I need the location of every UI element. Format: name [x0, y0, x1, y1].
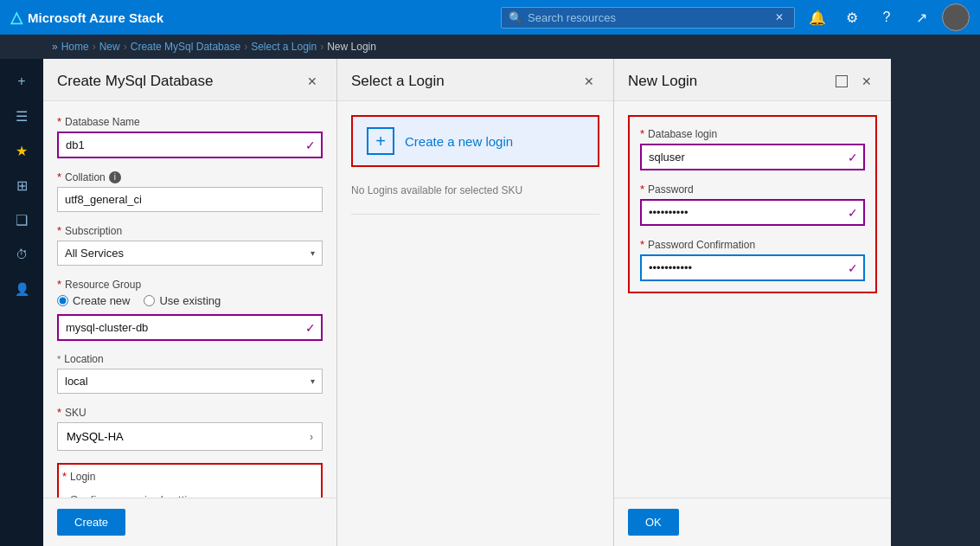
password-check-icon: ✓	[848, 206, 863, 220]
collation-info-icon[interactable]: i	[109, 171, 121, 183]
subscription-label: * Subscription	[57, 224, 323, 237]
breadcrumb-home[interactable]: Home	[61, 41, 89, 53]
required-star-4: *	[57, 278, 61, 291]
breadcrumb-select-login[interactable]: Select a Login	[251, 41, 317, 53]
password-confirm-check-icon: ✓	[848, 261, 863, 275]
database-name-group: * Database Name ✓	[57, 115, 323, 158]
panel-create-mysql: Create MySql Database ✕ * Database Name …	[43, 59, 337, 546]
left-sidebar: + ☰ ★ ⊞ ❑ ⏱ 👤	[0, 59, 43, 546]
database-name-label: * Database Name	[57, 115, 323, 128]
password-confirm-label: * Password Confirmation	[640, 238, 865, 251]
required-star-3: *	[57, 224, 61, 237]
sidebar-add-icon[interactable]: +	[4, 66, 39, 97]
database-name-input[interactable]	[59, 133, 305, 157]
collation-input-wrapper	[57, 187, 323, 212]
resource-group-input[interactable]	[59, 316, 305, 339]
subscription-select-wrapper: All Services ▾	[57, 241, 323, 266]
radio-use-existing[interactable]: Use existing	[144, 294, 221, 307]
create-login-text: Create a new login	[405, 134, 513, 149]
panel-create-title: Create MySql Database	[57, 73, 213, 90]
breadcrumb-new[interactable]: New	[99, 41, 120, 53]
panel-new-login: New Login ✕ * Database login	[614, 59, 891, 546]
sidebar-grid-icon[interactable]: ⊞	[4, 170, 39, 201]
feedback-button[interactable]: ↗	[907, 3, 935, 31]
sidebar-user-icon[interactable]: 👤	[4, 273, 39, 305]
panel-select-login-close-button[interactable]: ✕	[579, 71, 599, 92]
sidebar-box-icon[interactable]: ❑	[4, 204, 39, 235]
panel-create-header: Create MySql Database ✕	[43, 59, 336, 101]
password-confirm-input[interactable]	[642, 256, 848, 279]
collation-label: * Collation i	[57, 170, 323, 183]
app-title: Microsoft Azure Stack	[28, 10, 163, 25]
panel-new-login-close-button[interactable]: ✕	[856, 71, 877, 92]
panel-select-login-title: Select a Login	[351, 73, 445, 90]
database-login-input[interactable]	[642, 145, 848, 169]
collation-input[interactable]	[58, 188, 322, 211]
resource-group-radio-group: Create new Use existing	[57, 294, 323, 307]
subscription-select[interactable]: All Services	[58, 241, 311, 265]
location-select-wrapper: local ▾	[57, 369, 323, 394]
user-avatar[interactable]	[942, 3, 970, 31]
settings-button[interactable]: ⚙	[838, 3, 866, 31]
password-label: * Password	[640, 183, 865, 196]
sidebar-favorites-icon[interactable]: ★	[4, 135, 39, 166]
panel-create-close-button[interactable]: ✕	[302, 71, 323, 92]
new-login-form-container: * Database login ✓ * Password	[628, 115, 877, 293]
sku-chevron-icon: ›	[310, 431, 313, 443]
panel-select-login-body: + Create a new login No Logins available…	[337, 101, 613, 546]
breadcrumb-expand[interactable]: »	[52, 41, 58, 53]
sku-value: MySQL-HA	[67, 430, 124, 443]
password-confirm-group: * Password Confirmation ✓	[640, 238, 865, 281]
main-area: + ☰ ★ ⊞ ❑ ⏱ 👤 Create MySql Database ✕ * …	[0, 59, 980, 546]
panel-create-body: * Database Name ✓ * Collation i	[43, 101, 336, 498]
password-input[interactable]	[642, 201, 848, 224]
required-star: *	[57, 115, 61, 128]
app-logo: △ Microsoft Azure Stack	[10, 8, 492, 27]
maximize-icon[interactable]	[836, 75, 848, 87]
search-input[interactable]	[528, 11, 770, 24]
collation-group: * Collation i	[57, 170, 323, 212]
location-select[interactable]: local	[58, 369, 311, 393]
panels-container: Create MySql Database ✕ * Database Name …	[43, 59, 980, 546]
required-star-7: *	[640, 127, 644, 140]
required-star-8: *	[640, 183, 644, 196]
database-login-label: * Database login	[640, 127, 865, 140]
panel-select-login-header: Select a Login ✕	[337, 59, 613, 101]
panel-new-login-title: New Login	[628, 73, 697, 90]
sku-field[interactable]: MySQL-HA ›	[57, 422, 323, 451]
ok-button[interactable]: OK	[628, 509, 679, 536]
breadcrumb-create-mysql[interactable]: Create MySql Database	[131, 41, 240, 53]
resource-group-check-icon: ✓	[305, 321, 321, 335]
sidebar-menu-icon[interactable]: ☰	[4, 100, 39, 132]
top-bar-icons: 🔔 ⚙ ? ↗	[804, 3, 970, 31]
divider	[351, 214, 599, 215]
create-button[interactable]: Create	[57, 509, 125, 536]
location-chevron-icon: ▾	[311, 376, 322, 386]
notifications-button[interactable]: 🔔	[804, 3, 831, 31]
required-star-2: *	[57, 170, 61, 183]
database-name-input-wrapper: ✓	[57, 132, 323, 158]
help-button[interactable]: ?	[873, 3, 900, 31]
login-field[interactable]: Configure required settings ›	[62, 490, 317, 498]
panel-create-footer: Create	[43, 498, 336, 546]
subscription-group: * Subscription All Services ▾	[57, 224, 323, 266]
plus-box-icon: +	[367, 127, 394, 155]
sidebar-clock-icon[interactable]: ⏱	[4, 239, 39, 270]
sku-group: * SKU MySQL-HA ›	[57, 406, 323, 451]
resource-group-label: * Resource Group	[57, 278, 323, 291]
search-bar[interactable]: 🔍 ✕	[501, 7, 795, 29]
panel-new-login-footer: OK	[614, 498, 891, 546]
create-new-login-button[interactable]: + Create a new login	[351, 115, 599, 167]
radio-create-new[interactable]: Create new	[57, 294, 130, 307]
required-star-5: *	[57, 406, 61, 419]
password-group: * Password ✓	[640, 183, 865, 226]
password-confirm-input-wrapper: ✓	[640, 254, 865, 281]
search-clear-icon[interactable]: ✕	[775, 11, 784, 23]
database-login-input-wrapper: ✓	[640, 144, 865, 170]
panel-new-login-body: * Database login ✓ * Password	[614, 101, 891, 498]
panel-new-login-header: New Login ✕	[614, 59, 891, 101]
password-input-wrapper: ✓	[640, 199, 865, 226]
search-icon: 🔍	[509, 11, 522, 24]
no-logins-message: No Logins available for selected SKU	[351, 177, 599, 203]
login-label: * Login	[62, 468, 317, 486]
